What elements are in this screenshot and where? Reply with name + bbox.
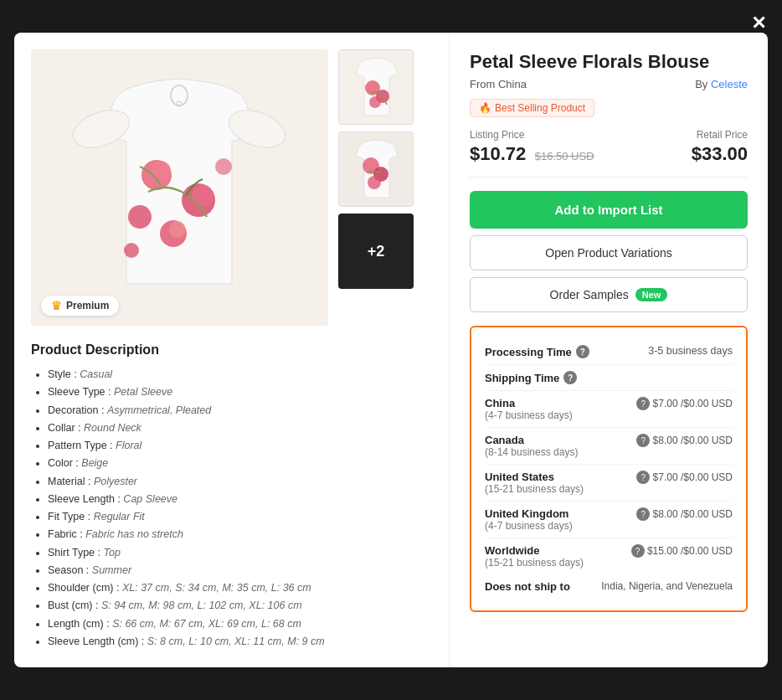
list-item: Decoration : Asymmetrical, Pleated xyxy=(48,402,432,419)
does-not-ship-label: Does not ship to xyxy=(485,580,570,593)
product-meta: From China By Celeste xyxy=(470,78,748,90)
list-item: Length (cm) : S: 66 cm, M: 67 cm, XL: 69… xyxy=(48,615,432,633)
shipping-country-block: China (4-7 business days) xyxy=(485,397,573,421)
shipping-help-icon[interactable]: ? xyxy=(636,507,650,521)
main-product-image: ♛ Premium xyxy=(31,49,328,326)
close-button[interactable]: ✕ xyxy=(743,8,774,39)
shipping-destination-row: Canada (8-14 business days) ? $8.00 /$0.… xyxy=(485,428,733,465)
order-samples-button[interactable]: Order Samples New xyxy=(470,277,748,312)
product-description: Product Description Style : CasualSleeve… xyxy=(31,342,432,651)
shipping-destinations: China (4-7 business days) ? $7.00 /$0.00… xyxy=(485,391,733,574)
list-item: Fabric : Fabric has no stretch xyxy=(48,526,432,543)
open-product-variations-button[interactable]: Open Product Variations xyxy=(470,235,748,270)
shipping-days: (4-7 business days) xyxy=(485,520,573,532)
svg-point-10 xyxy=(215,158,232,175)
list-item: Sleeve Type : Petal Sleeve xyxy=(48,383,432,401)
shipping-country-name: Worldwide xyxy=(485,544,584,557)
list-item: Shirt Type : Top xyxy=(48,544,432,562)
svg-point-11 xyxy=(124,243,139,258)
list-item: Fit Type : Regular Fit xyxy=(48,508,432,526)
shipping-country-name: Canada xyxy=(485,434,578,446)
left-panel: ♛ Premium xyxy=(14,33,450,667)
shipping-days: (15-21 business days) xyxy=(485,483,584,495)
svg-point-6 xyxy=(192,185,214,207)
product-modal: ♛ Premium xyxy=(14,33,768,667)
shipping-destination-row: United Kingdom (4-7 business days) ? $8.… xyxy=(485,502,733,538)
shipping-country-block: Canada (8-14 business days) xyxy=(485,434,578,458)
shipping-country-block: United Kingdom (4-7 business days) xyxy=(485,507,573,532)
product-origin: From China xyxy=(470,78,527,90)
shipping-days: (8-14 business days) xyxy=(485,446,578,458)
list-item: Sleeve Length : Cap Sleeve xyxy=(48,491,432,508)
shipping-destination-row: China (4-7 business days) ? $7.00 /$0.00… xyxy=(485,391,733,428)
shipping-country-name: China xyxy=(485,397,573,409)
list-item: Collar : Round Neck xyxy=(48,419,432,437)
list-item: Style : Casual xyxy=(48,366,432,383)
processing-time-label: Processing Time ? xyxy=(485,345,589,358)
list-item: Pattern Type : Floral xyxy=(48,437,432,455)
product-description-title: Product Description xyxy=(31,342,432,358)
seller-info: By Celeste xyxy=(695,78,748,90)
listing-price: $10.72 xyxy=(470,143,526,164)
svg-point-17 xyxy=(369,96,381,108)
thumbnail-1[interactable] xyxy=(338,49,414,125)
list-item: Material : Polyester xyxy=(48,473,432,491)
list-item: Bust (cm) : S: 94 cm, M: 98 cm, L: 102 c… xyxy=(48,597,432,615)
thumbnail-2[interactable] xyxy=(338,131,414,207)
shipping-time-help-icon[interactable]: ? xyxy=(563,371,577,384)
shipping-price: ? $15.00 /$0.00 USD xyxy=(631,544,733,558)
list-item: Color : Beige xyxy=(48,455,432,472)
does-not-ship-row: Does not ship to India, Nigeria, and Ven… xyxy=(485,574,733,599)
crown-icon: ♛ xyxy=(51,299,62,312)
list-item: Season : Summer xyxy=(48,562,432,579)
shipping-price: ? $7.00 /$0.00 USD xyxy=(636,397,733,410)
svg-point-21 xyxy=(368,176,381,189)
shipping-country-name: United States xyxy=(485,471,584,483)
right-panel: Petal Sleeve Florals Blouse From China B… xyxy=(450,33,768,667)
add-to-import-list-button[interactable]: Add to Import List xyxy=(470,191,748,229)
price-section: Listing Price $10.72 $16.50 USD Retail P… xyxy=(470,129,748,178)
shipping-days: (4-7 business days) xyxy=(485,409,573,421)
processing-time-row: Processing Time ? 3-5 business days xyxy=(485,339,733,365)
listing-price-label: Listing Price xyxy=(470,129,594,141)
shipping-destination-row: United States (15-21 business days) ? $7… xyxy=(485,465,733,502)
shipping-time-row: Shipping Time ? xyxy=(485,365,733,391)
svg-point-9 xyxy=(128,205,152,229)
premium-badge: ♛ Premium xyxy=(41,296,119,316)
best-selling-badge: 🔥 Best Selling Product xyxy=(470,99,594,117)
retail-price-label: Retail Price xyxy=(692,129,748,141)
shipping-help-icon[interactable]: ? xyxy=(631,544,645,558)
attribute-list: Style : CasualSleeve Type : Petal Sleeve… xyxy=(31,366,432,651)
svg-point-4 xyxy=(151,161,171,181)
shipping-help-icon[interactable]: ? xyxy=(636,471,650,484)
retail-price: $33.00 xyxy=(692,143,748,165)
thumbnail-more[interactable]: +2 xyxy=(338,214,414,289)
listing-price-block: Listing Price $10.72 $16.50 USD xyxy=(470,129,594,165)
seller-link[interactable]: Celeste xyxy=(711,78,748,90)
shipping-price: ? $8.00 /$0.00 USD xyxy=(636,434,733,447)
processing-time-help-icon[interactable]: ? xyxy=(576,345,589,358)
shipping-price: ? $8.00 /$0.00 USD xyxy=(636,507,733,521)
fire-icon: 🔥 xyxy=(479,102,491,114)
modal-overlay: ✕ xyxy=(0,0,782,700)
list-item: Sleeve Length (cm) : S: 8 cm, L: 10 cm, … xyxy=(48,633,432,651)
retail-price-block: Retail Price $33.00 xyxy=(692,129,748,165)
thumbnail-list: +2 xyxy=(338,49,414,326)
shipping-time-label: Shipping Time ? xyxy=(485,371,577,384)
original-price: $16.50 USD xyxy=(535,150,594,162)
shipping-country-block: United States (15-21 business days) xyxy=(485,471,584,495)
shipping-price: ? $7.00 /$0.00 USD xyxy=(636,471,733,484)
svg-point-8 xyxy=(169,221,186,238)
product-title: Petal Sleeve Florals Blouse xyxy=(470,51,748,73)
listing-price-row: $10.72 $16.50 USD xyxy=(470,143,594,165)
shipping-days: (15-21 business days) xyxy=(485,557,584,569)
shipping-destination-row: Worldwide (15-21 business days) ? $15.00… xyxy=(485,538,733,574)
image-section: ♛ Premium xyxy=(31,49,432,326)
shipping-country-block: Worldwide (15-21 business days) xyxy=(485,544,584,569)
does-not-ship-value: India, Nigeria, and Venezuela xyxy=(601,580,733,592)
list-item: Shoulder (cm) : XL: 37 cm, S: 34 cm, M: … xyxy=(48,579,432,597)
shipping-help-icon[interactable]: ? xyxy=(636,397,650,410)
does-not-ship-label-block: Does not ship to xyxy=(485,580,570,593)
shipping-help-icon[interactable]: ? xyxy=(636,434,650,447)
shipping-country-name: United Kingdom xyxy=(485,507,573,520)
